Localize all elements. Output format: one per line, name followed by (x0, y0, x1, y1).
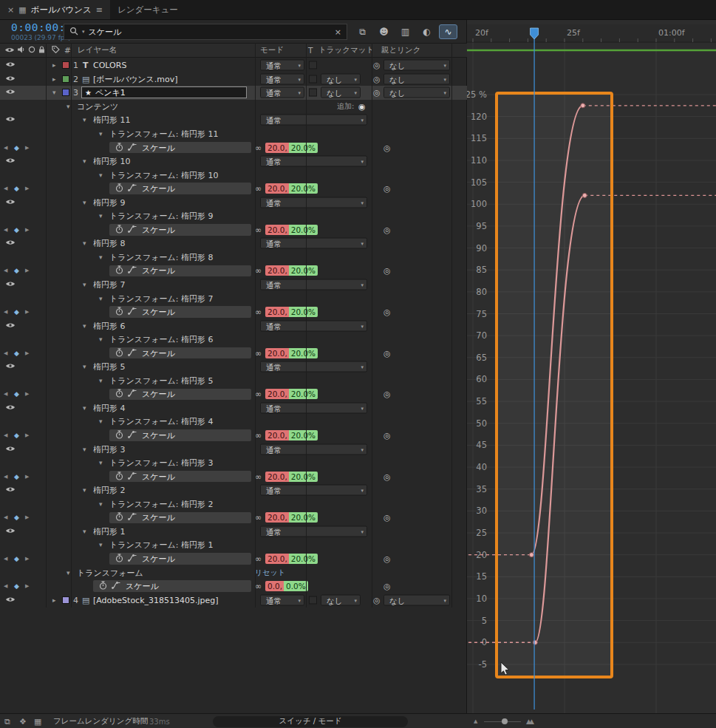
property-name[interactable]: スケール (142, 143, 175, 152)
property-pickwhip-icon[interactable]: ◎ (383, 267, 391, 275)
group-name[interactable]: トランスフォーム: 楕円形 5 (109, 376, 214, 384)
scale-value-y[interactable]: 20.0% (289, 183, 318, 194)
graph-editor-toggle-icon[interactable] (112, 582, 121, 591)
blend-mode-dropdown[interactable]: 通常▾ (260, 238, 367, 249)
collapse-arrow-icon[interactable]: ▾ (99, 336, 103, 343)
group-name[interactable]: トランスフォーム: 楕円形 11 (109, 130, 219, 138)
collapse-arrow-icon[interactable]: ▾ (99, 500, 103, 507)
eye-icon[interactable] (5, 596, 16, 604)
previous-keyframe-icon[interactable]: ◀ (4, 186, 7, 191)
previous-keyframe-icon[interactable]: ◀ (4, 350, 7, 356)
previous-keyframe-icon[interactable]: ◀ (4, 310, 7, 315)
group-name[interactable]: 楕円形 7 (93, 281, 126, 289)
blend-mode-dropdown[interactable]: 通常▾ (260, 443, 367, 455)
graph-editor-canvas[interactable]: 125 %12011511010510095908580757065605550… (467, 20, 716, 713)
shape-group-row[interactable]: ▾楕円形 10通常▾ (0, 154, 467, 169)
dimension-link-icon[interactable]: ∞ (255, 143, 262, 152)
shape-group-row[interactable]: ▾楕円形 3通常▾ (0, 442, 467, 456)
graph-editor-toggle-icon[interactable] (128, 431, 137, 440)
zoom-out-icon[interactable]: ▲ (474, 718, 477, 724)
transform-group-row[interactable]: ▾トランスフォーム: 楕円形 7 (0, 291, 467, 305)
group-name[interactable]: 楕円形 9 (93, 198, 126, 206)
property-name[interactable]: スケール (142, 390, 175, 398)
group-name[interactable]: 楕円形 3 (93, 445, 126, 453)
zoom-in-icon[interactable]: ▲▲ (526, 718, 532, 725)
track-matte-dropdown[interactable]: なし▾ (321, 87, 361, 98)
parent-pickwhip-icon[interactable]: ◎ (373, 596, 381, 604)
property-pickwhip-icon[interactable]: ◎ (383, 582, 391, 591)
blend-mode-dropdown[interactable]: 通常▾ (260, 115, 367, 126)
blend-mode-dropdown[interactable]: 通常▾ (260, 73, 304, 84)
property-name[interactable]: スケール (142, 308, 175, 316)
scale-property-row[interactable]: ◀◆▶スケール∞20.0,20.0%◎ (0, 305, 467, 319)
keyframe-diamond-icon[interactable]: ◆ (14, 350, 19, 356)
dimension-link-icon[interactable]: ∞ (255, 514, 262, 522)
previous-keyframe-icon[interactable]: ◀ (4, 556, 7, 561)
eye-icon[interactable] (5, 89, 16, 97)
transform-row[interactable]: ▾トランスフォームリセット (0, 565, 467, 579)
scale-value-y[interactable]: 0.0% (284, 581, 308, 591)
scale-value-x[interactable]: 20.0, (265, 265, 289, 276)
scale-value-x[interactable]: 20.0, (265, 183, 289, 194)
property-name[interactable]: スケール (142, 432, 175, 440)
next-keyframe-icon[interactable]: ▶ (25, 350, 29, 356)
transform-group-row[interactable]: ▾トランスフォーム: 楕円形 4 (0, 415, 467, 429)
property-pickwhip-icon[interactable]: ◎ (383, 432, 391, 440)
collapse-arrow-icon[interactable]: ▾ (67, 103, 70, 109)
transform-group-row[interactable]: ▾トランスフォーム: 楕円形 8 (0, 251, 467, 265)
property-pickwhip-icon[interactable]: ◎ (383, 514, 391, 522)
collapse-arrow-icon[interactable]: ▾ (83, 158, 86, 165)
collapse-arrow-icon[interactable]: ▾ (83, 199, 86, 205)
layer-name[interactable]: COLORS (93, 61, 126, 69)
next-keyframe-icon[interactable]: ▶ (25, 515, 29, 520)
transform-group-row[interactable]: ▾トランスフォーム: 楕円形 1 (0, 538, 467, 552)
layer-name-column-header[interactable]: レイヤー名 (78, 45, 117, 55)
scale-property-row[interactable]: ◀◆▶スケール∞20.0,20.0%◎ (0, 511, 467, 525)
stopwatch-icon[interactable] (115, 143, 123, 153)
eye-icon[interactable] (5, 61, 16, 69)
stopwatch-icon[interactable] (115, 554, 123, 564)
parent-pickwhip-icon[interactable]: ◎ (373, 61, 381, 69)
collapse-arrow-icon[interactable]: ▾ (83, 117, 86, 123)
stopwatch-icon[interactable] (115, 512, 123, 523)
parent-dropdown[interactable]: なし▾ (383, 594, 450, 605)
expand-arrow-icon[interactable]: ▸ (52, 62, 56, 69)
previous-keyframe-icon[interactable]: ◀ (4, 515, 7, 520)
collapse-arrow-icon[interactable]: ▾ (83, 364, 86, 370)
scale-property-row[interactable]: ◀◆▶スケール∞0.0,0.0%◎ (0, 579, 467, 593)
next-keyframe-icon[interactable]: ▶ (25, 145, 29, 150)
property-pickwhip-icon[interactable]: ◎ (383, 225, 391, 234)
scale-value-x[interactable]: 20.0, (265, 225, 289, 235)
collapse-arrow-icon[interactable]: ▾ (99, 418, 103, 425)
collapse-arrow-icon[interactable]: ▾ (83, 282, 86, 288)
eye-icon[interactable] (5, 239, 16, 248)
next-keyframe-icon[interactable]: ▶ (25, 227, 29, 232)
shape-group-row[interactable]: ▾楕円形 5通常▾ (0, 360, 467, 374)
transform-group-row[interactable]: ▾トランスフォーム: 楕円形 5 (0, 374, 467, 388)
scale-value-y[interactable]: 20.0% (289, 265, 318, 276)
stopwatch-icon[interactable] (115, 389, 123, 399)
dimension-link-icon[interactable]: ∞ (255, 582, 262, 591)
motion-blur-icon[interactable]: ◐ (417, 24, 436, 39)
property-name[interactable]: スケール (142, 514, 175, 522)
next-keyframe-icon[interactable]: ▶ (25, 584, 29, 589)
shape-group-row[interactable]: ▾楕円形 9通常▾ (0, 195, 467, 209)
scale-property-row[interactable]: ◀◆▶スケール∞20.0,20.0%◎ (0, 140, 467, 154)
keyframe-selection-box[interactable] (497, 93, 612, 677)
property-pickwhip-icon[interactable]: ◎ (383, 349, 391, 357)
shape-group-row[interactable]: ▾楕円形 11通常▾ (0, 113, 467, 127)
eye-icon[interactable] (5, 363, 16, 371)
expand-layer-switches-icon[interactable]: ⧉ (4, 716, 10, 726)
shape-group-row[interactable]: ▾楕円形 2通常▾ (0, 483, 467, 497)
collapse-arrow-icon[interactable]: ▾ (83, 446, 86, 452)
tab-render-queue[interactable]: レンダーキュー (110, 0, 185, 19)
group-name[interactable]: トランスフォーム (77, 568, 143, 576)
collapse-arrow-icon[interactable]: ▾ (99, 460, 103, 466)
eye-icon[interactable] (5, 116, 16, 124)
group-name[interactable]: トランスフォーム: 楕円形 6 (109, 336, 214, 344)
scale-value-y[interactable]: 20.0% (289, 348, 318, 358)
eye-icon[interactable] (5, 445, 16, 453)
scale-value-y[interactable]: 20.0% (289, 430, 318, 440)
keyframe-diamond-icon[interactable]: ◆ (14, 226, 19, 233)
scale-property-row[interactable]: ◀◆▶スケール∞20.0,20.0%◎ (0, 346, 467, 360)
